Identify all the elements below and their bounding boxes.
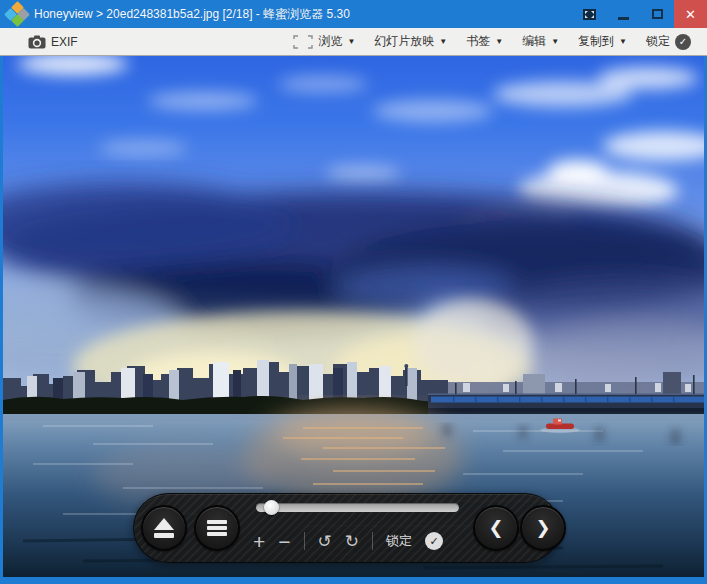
zoom-in-button[interactable]: + bbox=[253, 531, 265, 552]
close-button[interactable]: ✕ bbox=[674, 0, 707, 28]
close-icon: ✕ bbox=[685, 7, 696, 22]
minimize-icon bbox=[618, 17, 629, 20]
photo-canvas[interactable]: + − ↺ ↻ 锁定 ✓ ❮ ❯ bbox=[3, 56, 704, 577]
next-image-button[interactable]: ❯ bbox=[520, 505, 566, 551]
lock-check-button[interactable]: ✓ bbox=[425, 532, 443, 550]
floating-control-bar: + − ↺ ↻ 锁定 ✓ ❮ ❯ bbox=[133, 493, 560, 563]
menu-edit[interactable]: 编辑 ▼ bbox=[522, 33, 559, 50]
toolbar: EXIF 浏览 ▼ 幻灯片放映 ▼ 书签 ▼ 编辑 ▼ bbox=[0, 28, 707, 56]
honeyview-logo-icon bbox=[6, 3, 28, 25]
chevron-down-icon: ▼ bbox=[495, 37, 503, 46]
divider bbox=[304, 532, 305, 550]
window-title: Honeyview > 20ed248381b5a2.jpg [2/18] - … bbox=[34, 6, 350, 23]
exif-label: EXIF bbox=[51, 35, 78, 49]
chevron-left-icon: ❮ bbox=[488, 517, 503, 539]
open-file-button[interactable] bbox=[141, 505, 187, 551]
menu-bookmarks-label: 书签 bbox=[466, 33, 490, 50]
eject-icon bbox=[154, 518, 174, 530]
divider bbox=[372, 532, 373, 550]
menu-edit-label: 编辑 bbox=[522, 33, 546, 50]
rotate-left-button[interactable]: ↺ bbox=[318, 533, 332, 550]
chevron-right-icon: ❯ bbox=[535, 517, 550, 539]
zoom-out-button[interactable]: − bbox=[278, 531, 290, 552]
menu-browse-label: 浏览 bbox=[318, 33, 342, 50]
chevron-down-icon: ▼ bbox=[619, 37, 627, 46]
chevron-down-icon: ▼ bbox=[439, 37, 447, 46]
titlebar[interactable]: Honeyview > 20ed248381b5a2.jpg [2/18] - … bbox=[0, 0, 707, 28]
chevron-down-icon: ▼ bbox=[347, 37, 355, 46]
fullscreen-icon bbox=[582, 8, 597, 21]
rotate-right-button[interactable]: ↻ bbox=[345, 533, 359, 550]
check-icon: ✓ bbox=[675, 34, 691, 50]
control-row: + − ↺ ↻ 锁定 ✓ bbox=[253, 525, 443, 557]
fullscreen-toggle-button[interactable] bbox=[572, 0, 606, 28]
menu-button[interactable] bbox=[194, 505, 240, 551]
exif-button[interactable]: EXIF bbox=[0, 35, 78, 49]
camera-icon bbox=[28, 35, 46, 49]
previous-image-button[interactable]: ❮ bbox=[473, 505, 519, 551]
maximize-button[interactable] bbox=[640, 0, 674, 28]
lock-label: 锁定 bbox=[646, 33, 670, 50]
image-position-slider[interactable] bbox=[256, 503, 459, 512]
window-controls: ✕ bbox=[572, 0, 707, 28]
menu-browse[interactable]: 浏览 ▼ bbox=[293, 33, 355, 50]
fit-to-window-icon bbox=[293, 35, 313, 49]
lock-toggle[interactable]: 锁定 ✓ bbox=[646, 33, 691, 50]
chevron-down-icon: ▼ bbox=[551, 37, 559, 46]
menu-bookmarks[interactable]: 书签 ▼ bbox=[466, 33, 503, 50]
check-icon: ✓ bbox=[429, 535, 438, 548]
minimize-button[interactable] bbox=[606, 0, 640, 28]
slider-handle[interactable] bbox=[264, 500, 279, 515]
menu-copy-to-label: 复制到 bbox=[578, 33, 614, 50]
maximize-icon bbox=[652, 9, 663, 19]
menu-slideshow-label: 幻灯片放映 bbox=[374, 33, 434, 50]
menu-copy-to[interactable]: 复制到 ▼ bbox=[578, 33, 627, 50]
hamburger-icon bbox=[207, 519, 227, 537]
lock-label: 锁定 bbox=[386, 532, 412, 550]
menu-slideshow[interactable]: 幻灯片放映 ▼ bbox=[374, 33, 447, 50]
toolbar-menus: 浏览 ▼ 幻灯片放映 ▼ 书签 ▼ 编辑 ▼ 复制到 ▼ 锁定 ✓ bbox=[293, 33, 691, 50]
honeyview-window: Honeyview > 20ed248381b5a2.jpg [2/18] - … bbox=[0, 0, 707, 584]
